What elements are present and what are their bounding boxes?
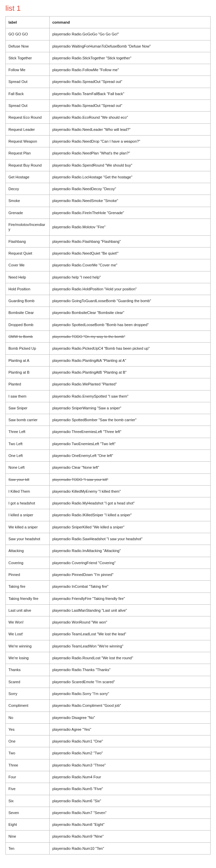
cell-label: Three bbox=[6, 759, 50, 771]
table-row: Attackingplayerradio Radio.ImAttacking "… bbox=[6, 545, 211, 557]
cell-command: playerradio WaitingForHumanToDefuseBomb … bbox=[50, 40, 211, 52]
cell-command: playerradio Radio.NeedSmoke "Smoke" bbox=[50, 195, 211, 207]
cell-command: playerradio Radio.Num8 "Eight" bbox=[50, 819, 211, 831]
cell-command: playerradio FriendlyFire "Taking friendl… bbox=[50, 592, 211, 604]
cell-command: playerradio Radio.Num5 "Five" bbox=[50, 783, 211, 795]
cell-label: Guarding Bomb bbox=[6, 295, 50, 307]
table-row: Flashbangplayerradio Radio.Flashbang "Fl… bbox=[6, 235, 211, 247]
cell-label: Covering bbox=[6, 557, 50, 569]
cell-command: playerradio Radio.HoldPosition "Hold you… bbox=[50, 283, 211, 295]
table-row: Fourplayerradio Radio.Num4 Four bbox=[6, 771, 211, 783]
cell-command: playerradio Disagree "No" bbox=[50, 712, 211, 723]
table-row: Spread Outplayerradio Radio.SpreadOut "S… bbox=[6, 100, 211, 112]
cell-label: Dropped Bomb bbox=[6, 319, 50, 330]
cell-command: playerradio OneEnemyLeft "One left" bbox=[50, 450, 211, 461]
cell-label: GO GO GO bbox=[6, 28, 50, 40]
cell-label: Taking fire bbox=[6, 581, 50, 592]
table-header-row: label command bbox=[6, 17, 211, 28]
table-row: Eightplayerradio Radio.Num8 "Eight" bbox=[6, 819, 211, 831]
cell-command: playerradio PinnedDown "I'm pinned" bbox=[50, 569, 211, 580]
cell-command: playerradio Radio.PickedUpC4 "Bomb has b… bbox=[50, 343, 211, 354]
table-row: Complimentplayerradio Radio.Compliment "… bbox=[6, 700, 211, 712]
table-row: Saw your headshotplayerradio Radio.SawHe… bbox=[6, 533, 211, 545]
cell-command: playerradio Radio.GoGoGo "Go Go Go!" bbox=[50, 28, 211, 40]
cell-label: I got a headshot bbox=[6, 497, 50, 509]
cell-label: Request Weapon bbox=[6, 135, 50, 147]
cell-label: Compliment bbox=[6, 700, 50, 712]
cell-label: Request Leader bbox=[6, 123, 50, 135]
cell-command: playerradio Radio.Flashbang "Flashbang" bbox=[50, 235, 211, 247]
cell-label: Spread Out bbox=[6, 100, 50, 112]
table-row: We Lost!playerradio TeamLeadLost "We los… bbox=[6, 628, 211, 640]
table-row: I Killed Themplayerradio KilledMyEnemy "… bbox=[6, 485, 211, 497]
cell-command: playerradio Radio.Num4 Four bbox=[50, 771, 211, 783]
table-row: Spread Outplayerradio Radio.SpreadOut "S… bbox=[6, 76, 211, 88]
table-row: Bombsite Clearplayerradio BombsiteClear … bbox=[6, 307, 211, 319]
table-row: Cover Meplayerradio Radio.CoverMe "Cover… bbox=[6, 259, 211, 271]
cell-command: playerradio SpottedLooseBomb "Bomb has b… bbox=[50, 319, 211, 330]
cell-label: Planting at B bbox=[6, 366, 50, 378]
table-row: Noplayerradio Disagree "No" bbox=[6, 712, 211, 723]
cell-label: Saw bomb carrier bbox=[6, 414, 50, 426]
cell-label: Need Help bbox=[6, 271, 50, 283]
cell-label: One Left bbox=[6, 450, 50, 461]
cell-label: Request Plan bbox=[6, 147, 50, 159]
cell-label: Smoke bbox=[6, 195, 50, 207]
table-row: Decoyplayerradio Radio.NeedDecoy "Decoy" bbox=[6, 183, 211, 195]
table-row: I saw themplayerradio Radio.EnemySpotted… bbox=[6, 390, 211, 402]
cell-label: We killed a sniper bbox=[6, 521, 50, 533]
cell-label: Thanks bbox=[6, 664, 50, 676]
table-row: Request Buy Roundplayerradio Radio.Spend… bbox=[6, 159, 211, 171]
cell-label: We Lost! bbox=[6, 628, 50, 640]
cell-command: playerradio Radio.StickTogether "Stick t… bbox=[50, 52, 211, 64]
cell-command: playerradio Radio.IKilledSniper "I kille… bbox=[50, 509, 211, 521]
table-row: One Leftplayerradio OneEnemyLeft "One le… bbox=[6, 450, 211, 461]
table-row: Two Leftplayerradio TwoEnemiesLeft "Two … bbox=[6, 438, 211, 450]
cell-label: One bbox=[6, 735, 50, 747]
cell-label: Request Quiet bbox=[6, 247, 50, 259]
table-row: Request Weaponplayerradio Radio.NeedDrop… bbox=[6, 135, 211, 147]
table-row: Request Planplayerradio Radio.NeedPlan "… bbox=[6, 147, 211, 159]
cell-command: playerradio WonRound "We won" bbox=[50, 616, 211, 628]
table-row: Twoplayerradio Radio.Num2 "Two" bbox=[6, 747, 211, 759]
table-row: Defuse Nowplayerradio WaitingForHumanToD… bbox=[6, 40, 211, 52]
table-row: Bomb Picked Upplayerradio Radio.PickedUp… bbox=[6, 343, 211, 354]
page-title: list 1 bbox=[5, 4, 211, 13]
table-row: Saw Sniperplayerradio SniperWarning "Saw… bbox=[6, 402, 211, 414]
table-row: Smokeplayerradio Radio.NeedSmoke "Smoke" bbox=[6, 195, 211, 207]
table-row: Request Quietplayerradio Radio.NeedQuiet… bbox=[6, 247, 211, 259]
table-row: Get Hostageplayerradio Radio.LocHostage … bbox=[6, 171, 211, 183]
table-row: Taking friendly fireplayerradio Friendly… bbox=[6, 592, 211, 604]
cell-command: playerradio Radio.Sorry "I'm sorry" bbox=[50, 688, 211, 699]
table-row: Fall Backplayerradio Radio.TeamFallBack … bbox=[6, 88, 211, 99]
cell-command: playerradio Radio.Molotov "Fire" bbox=[50, 219, 211, 236]
cell-label: Seven bbox=[6, 807, 50, 818]
table-row: OMW to Bombplayerradio TODO "On my way t… bbox=[6, 331, 211, 343]
cell-command: playerradio Radio.SpreadOut "Spread out" bbox=[50, 76, 211, 88]
cell-command: playerradio Radio.Num9 "Nine" bbox=[50, 831, 211, 842]
cell-label: We're winning bbox=[6, 640, 50, 652]
cell-label: Two Left bbox=[6, 438, 50, 450]
cell-label: None Left bbox=[6, 462, 50, 473]
table-row: Request Leaderplayerradio Radio.NeedLead… bbox=[6, 123, 211, 135]
cell-command: playerradio Radio.ImAttacking "Attacking… bbox=[50, 545, 211, 557]
table-row: Yesplayerradio Agree "Yes" bbox=[6, 723, 211, 735]
table-row: Grenadeplayerradio Radio.FireInTheHole "… bbox=[6, 207, 211, 219]
cell-command: playerradio Radio.CoverMe "Cover me" bbox=[50, 259, 211, 271]
table-row: Oneplayerradio Radio.Num1 "One" bbox=[6, 735, 211, 747]
cell-label: Scared bbox=[6, 676, 50, 688]
cell-command: playerradio TeamLeadLost "We lost the le… bbox=[50, 628, 211, 640]
cell-command: playerradio Radio.SpendRound "We should … bbox=[50, 159, 211, 171]
cell-label: OMW to Bomb bbox=[6, 331, 50, 343]
cell-command: playerradio Radio.RoundLost "We lost the… bbox=[50, 652, 211, 664]
cell-command: playerradio KilledMyEnemy "I killed them… bbox=[50, 485, 211, 497]
cell-command: playerradio InCombat "Taking fire" bbox=[50, 581, 211, 592]
cell-label: We're losing bbox=[6, 652, 50, 664]
cell-command: playerradio Radio.Num10 "Ten" bbox=[50, 842, 211, 854]
cell-label: Request Eco Round bbox=[6, 112, 50, 123]
table-row: We killed a sniperplayerradio SniperKill… bbox=[6, 521, 211, 533]
cell-command: playerradio Radio.NeedLeader "Who will l… bbox=[50, 123, 211, 135]
cell-label: Planted bbox=[6, 378, 50, 390]
cell-label: I Killed Them bbox=[6, 485, 50, 497]
cell-command: playerradio Radio.Num2 "Two" bbox=[50, 747, 211, 759]
